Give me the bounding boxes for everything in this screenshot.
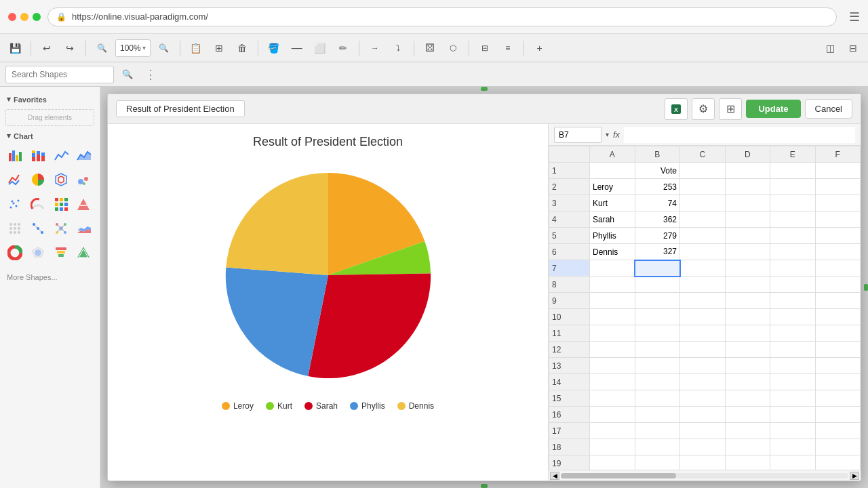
connector-button[interactable]: → [366, 39, 384, 58]
excel-export-button[interactable]: X [665, 98, 688, 120]
donut-chart-icon[interactable] [5, 243, 24, 262]
horizontal-scrollbar[interactable]: ◀ ▶ [549, 470, 861, 481]
cell-a1[interactable] [590, 163, 635, 179]
cell-a2[interactable]: Leroy [590, 179, 635, 195]
minimize-traffic-light[interactable] [20, 13, 28, 21]
url-bar[interactable]: 🔒 https://online.visual-paradigm.com/ [47, 7, 837, 26]
matrix-chart-icon[interactable] [52, 195, 71, 214]
funnel-chart-icon[interactable] [52, 243, 71, 262]
cell-e5[interactable] [770, 228, 816, 244]
bar-chart-icon[interactable] [5, 146, 24, 165]
scroll-right-button[interactable]: ▶ [850, 472, 859, 480]
resize-handle-top[interactable] [481, 87, 488, 91]
waypoint-button[interactable]: ⤵ [389, 39, 408, 58]
dot-chart-icon[interactable] [5, 219, 24, 238]
zoom-out-button[interactable]: 🔍 [92, 39, 111, 58]
cell-f2[interactable] [815, 179, 861, 195]
cell-b3[interactable]: 74 [635, 195, 680, 211]
settings-button[interactable]: ⚙ [692, 98, 715, 120]
cell-e4[interactable] [770, 211, 816, 228]
bubble-chart-icon[interactable] [74, 170, 93, 189]
line-chart-icon[interactable] [52, 146, 71, 165]
grid-view-button[interactable]: ⊞ [719, 98, 742, 120]
cell-d5[interactable] [725, 228, 770, 244]
shape-button[interactable]: ⬜ [311, 39, 330, 58]
col-header-d[interactable]: D [725, 146, 770, 163]
connected-chart-icon[interactable] [28, 219, 47, 238]
cell-e6[interactable] [770, 244, 816, 260]
sidebar-section-favorites[interactable]: ▾ Favorites [0, 92, 100, 106]
cell-b4[interactable]: 362 [635, 211, 680, 228]
cell-d7[interactable] [725, 260, 770, 277]
cell-d6[interactable] [725, 244, 770, 260]
cell-b5[interactable]: 279 [635, 228, 680, 244]
scroll-track[interactable] [561, 473, 848, 479]
update-button[interactable]: Update [746, 100, 800, 118]
undo-button[interactable]: ↩ [37, 39, 56, 58]
network-chart-icon[interactable] [52, 219, 71, 238]
search-icon[interactable]: 🔍 [118, 65, 137, 84]
scatter-chart-icon[interactable] [5, 195, 24, 214]
cell-d2[interactable] [725, 179, 770, 195]
resize-handle-right[interactable] [864, 284, 868, 291]
cell-a5[interactable]: Phyllis [590, 228, 635, 244]
area-chart-icon[interactable] [74, 146, 93, 165]
cell-b2[interactable]: 253 [635, 179, 680, 195]
cell-c2[interactable] [680, 179, 726, 195]
tree-chart-icon[interactable] [74, 243, 93, 262]
hex-chart-icon[interactable] [52, 170, 71, 189]
radar-chart-icon[interactable] [28, 243, 47, 262]
sidebar-section-chart[interactable]: ▾ Chart [0, 129, 100, 143]
cell-e3[interactable] [770, 195, 816, 211]
cell-f4[interactable] [815, 211, 861, 228]
cell-f7[interactable] [815, 260, 861, 277]
search-input[interactable] [5, 66, 114, 83]
more-shapes-link[interactable]: More Shapes... [7, 273, 58, 281]
cell-c1[interactable] [680, 163, 726, 179]
cell-e7[interactable] [770, 260, 816, 277]
cell-c7[interactable] [680, 260, 726, 277]
col-header-b[interactable]: B [635, 146, 680, 163]
zoom-in-button[interactable]: 🔍 [155, 39, 174, 58]
resize-handle-bottom[interactable] [481, 484, 488, 488]
cell-a7[interactable] [590, 260, 635, 277]
cell-a4[interactable]: Sarah [590, 211, 635, 228]
zoom-level[interactable]: 100% ▾ [115, 39, 151, 57]
col-header-f[interactable]: F [815, 146, 861, 163]
arrange-button[interactable]: ⬡ [443, 39, 462, 58]
pen-button[interactable]: ✏ [334, 39, 353, 58]
cell-c3[interactable] [680, 195, 726, 211]
cell-b7[interactable] [635, 260, 680, 277]
line-button[interactable]: — [288, 39, 307, 58]
cell-ref-dropdown[interactable]: ▾ [606, 131, 609, 138]
layout2-button[interactable]: ⊟ [844, 39, 863, 58]
pyramid-chart-icon[interactable] [74, 195, 93, 214]
layout1-button[interactable]: ◫ [821, 39, 840, 58]
cell-b1[interactable]: Vote [635, 163, 680, 179]
redo-button[interactable]: ↪ [60, 39, 79, 58]
cell-e1[interactable] [770, 163, 816, 179]
cell-d1[interactable] [725, 163, 770, 179]
stacked-area-icon[interactable] [74, 219, 93, 238]
cell-a3[interactable]: Kurt [590, 195, 635, 211]
multi-line-icon[interactable] [5, 170, 24, 189]
spreadsheet-scroll[interactable]: A B C D E F [549, 146, 861, 470]
pie-chart-icon[interactable] [28, 170, 47, 189]
col-header-c[interactable]: C [680, 146, 726, 163]
stacked-bar-icon[interactable] [28, 146, 47, 165]
cell-a6[interactable]: Dennis [590, 244, 635, 260]
cell-b6[interactable]: 327 [635, 244, 680, 260]
align-button[interactable]: ≡ [498, 39, 517, 58]
cell-c5[interactable] [680, 228, 726, 244]
group-button[interactable]: ⚄ [420, 39, 439, 58]
delete-button[interactable]: 🗑 [233, 39, 252, 58]
close-traffic-light[interactable] [8, 13, 16, 21]
cell-f1[interactable] [815, 163, 861, 179]
grid-button[interactable]: ⊞ [210, 39, 229, 58]
fill-button[interactable]: 🪣 [264, 39, 283, 58]
table-button[interactable]: ⊟ [475, 39, 494, 58]
cell-f6[interactable] [815, 244, 861, 260]
more-options-icon[interactable]: ⋮ [141, 65, 160, 84]
cell-f5[interactable] [815, 228, 861, 244]
cell-e2[interactable] [770, 179, 816, 195]
